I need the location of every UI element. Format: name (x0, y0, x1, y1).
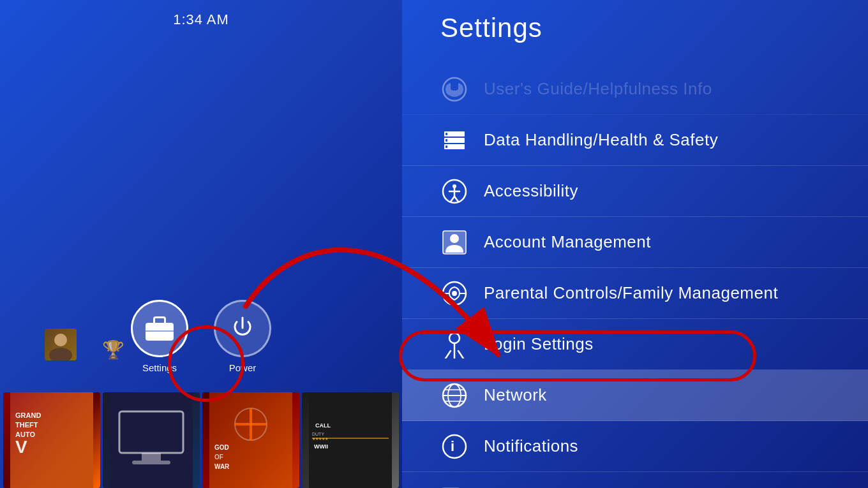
game-thumb-gow[interactable]: GOD OF WAR (202, 392, 299, 488)
game-thumb-cod[interactable]: CALL DUTY WWII ★★★★★ (302, 392, 399, 488)
settings-item-users-guide[interactable]: User's Guide/Helpfulness Info (402, 64, 868, 115)
notifications-icon: i (440, 433, 468, 461)
settings-item-login-settings[interactable]: Login Settings (402, 319, 868, 370)
users-guide-icon (440, 75, 468, 103)
settings-title: Settings (440, 13, 542, 43)
svg-text:THEFT: THEFT (15, 421, 38, 429)
svg-rect-9 (110, 392, 193, 488)
svg-rect-12 (132, 461, 170, 464)
data-handling-icon (440, 126, 468, 154)
svg-text:WAR: WAR (214, 463, 230, 470)
settings-icon-item[interactable]: Settings (131, 300, 188, 373)
svg-rect-32 (445, 139, 447, 142)
svg-text:DUTY: DUTY (312, 432, 324, 436)
parental-controls-label: Parental Controls/Family Management (484, 283, 778, 303)
power-icon-circle[interactable] (214, 300, 271, 357)
settings-item-notifications[interactable]: i Notifications (402, 421, 868, 472)
notifications-label: Notifications (484, 436, 578, 456)
network-icon (440, 381, 468, 410)
settings-item-network[interactable]: Network (402, 370, 868, 421)
settings-label: Settings (142, 362, 177, 373)
bottom-icons-bar: Settings Power (0, 300, 402, 373)
login-settings-label: Login Settings (484, 334, 594, 354)
svg-text:V: V (15, 437, 27, 457)
svg-text:★★★★★: ★★★★★ (312, 437, 328, 441)
svg-text:GOD: GOD (214, 444, 229, 451)
svg-rect-11 (142, 453, 161, 461)
svg-text:WWII: WWII (314, 443, 328, 450)
settings-item-data-handling[interactable]: Data Handling/Health & Safety (402, 115, 868, 166)
devices-icon (440, 484, 468, 489)
briefcase-icon (146, 316, 174, 341)
settings-item-parental-controls[interactable]: Parental Controls/Family Management (402, 268, 868, 319)
svg-line-39 (454, 196, 458, 202)
power-svg-icon (230, 316, 255, 341)
accessibility-icon (440, 177, 468, 205)
settings-item-devices[interactable]: Devices (402, 472, 868, 488)
accessibility-label: Accessibility (484, 181, 578, 201)
svg-point-46 (449, 333, 460, 343)
parental-controls-icon (440, 279, 468, 307)
svg-point-41 (450, 234, 459, 243)
left-panel: 1:34 AM 🏆 Settings (0, 0, 402, 488)
network-label: Network (484, 385, 547, 405)
svg-text:i: i (451, 438, 454, 454)
svg-point-43 (452, 291, 457, 296)
power-icon-item[interactable]: Power (214, 300, 271, 373)
account-management-icon (440, 228, 468, 256)
svg-line-38 (451, 196, 454, 202)
users-guide-label: User's Guide/Helpfulness Info (484, 79, 712, 99)
settings-icon-circle[interactable] (131, 300, 188, 357)
game-thumbnails: GRAND THEFT AUTO V (0, 392, 402, 488)
game-thumb-tv[interactable] (103, 392, 200, 488)
time-display: 1:34 AM (0, 11, 402, 28)
account-management-label: Account Management (484, 232, 651, 252)
svg-text:CALL: CALL (315, 422, 331, 429)
data-handling-label: Data Handling/Health & Safety (484, 130, 718, 150)
right-panel: Settings User's Guide/Helpfulness Info (402, 0, 868, 488)
settings-item-accessibility[interactable]: Accessibility (402, 166, 868, 217)
svg-text:OF: OF (214, 454, 223, 461)
settings-item-account-management[interactable]: Account Management (402, 217, 868, 268)
login-settings-icon (440, 330, 468, 359)
svg-text:GRAND: GRAND (15, 411, 41, 419)
svg-rect-33 (445, 145, 447, 148)
game-thumb-gta[interactable]: GRAND THEFT AUTO V (3, 392, 100, 488)
svg-rect-31 (445, 133, 447, 135)
power-label: Power (229, 362, 257, 373)
settings-list: User's Guide/Helpfulness Info Data Handl… (402, 64, 868, 488)
